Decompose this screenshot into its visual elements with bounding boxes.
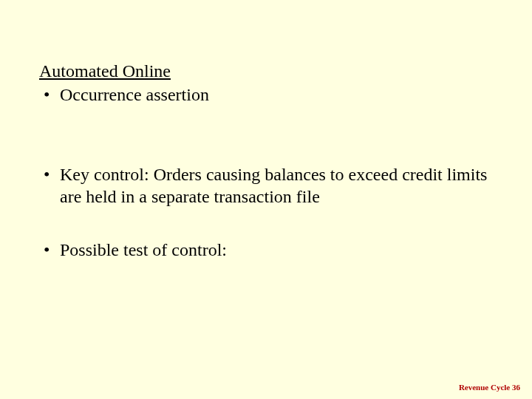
bullet-item: • Occurrence assertion [39, 83, 488, 106]
footer-label: Revenue Cycle [459, 383, 510, 392]
slide: Automated Online • Occurrence assertion … [0, 0, 532, 399]
bullet-dot-icon: • [39, 83, 60, 106]
bullet-item: • Possible test of control: [39, 239, 488, 261]
slide-heading: Automated Online [39, 61, 488, 82]
spacer [39, 208, 488, 239]
slide-footer: Revenue Cycle 36 [459, 383, 520, 392]
bullet-text: Key control: Orders causing balances to … [60, 163, 488, 208]
bullet-item: • Key control: Orders causing balances t… [39, 163, 488, 208]
spacer [39, 106, 488, 163]
bullet-dot-icon: • [39, 163, 60, 185]
bullet-text: Possible test of control: [60, 239, 488, 261]
bullet-dot-icon: • [39, 239, 60, 261]
bullet-text: Occurrence assertion [60, 83, 488, 106]
footer-page-number: 36 [512, 383, 520, 392]
slide-content: Automated Online • Occurrence assertion … [39, 61, 488, 261]
